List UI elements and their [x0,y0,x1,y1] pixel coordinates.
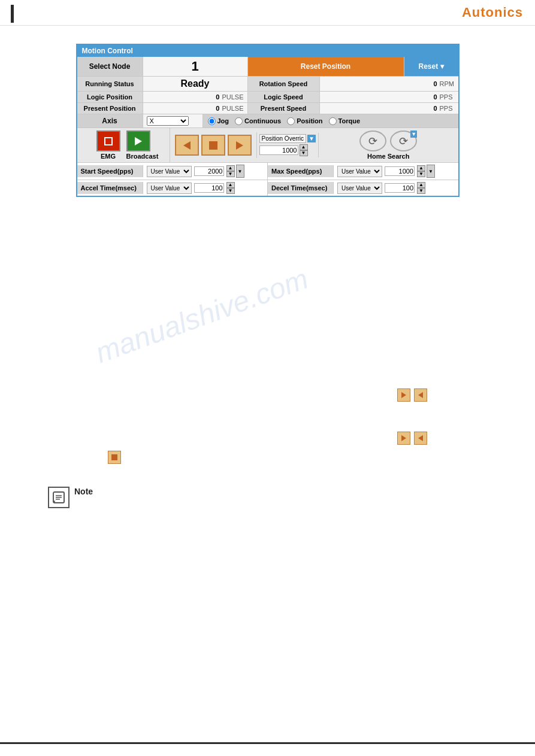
logic-position-row: Logic Position 0 PULSE Logic Speed 0 PPS [77,92,458,103]
position-override-down[interactable]: ▼ [300,150,308,156]
accel-time-cell: User Value ▲ ▼ [143,180,268,196]
rotation-speed-label: Rotation Speed [248,77,320,91]
position-override-spinners: ▲ ▼ [300,144,308,156]
axis-mode-group: Jog Continuous Position Torque [203,114,458,127]
emg-stop-icon [104,137,113,145]
lower-back-button-1[interactable] [414,388,427,402]
emg-label: EMG [96,153,120,160]
max-speed-input[interactable] [385,166,415,176]
home-search-label: Home Search [367,153,409,160]
start-speed-label: Start Speed(pps) [77,165,143,177]
arrow-left-icon [183,141,191,150]
select-node-label: Select Node [77,57,143,76]
position-override-top: Position Overric ▼ [259,134,316,143]
start-speed-select[interactable]: User Value [147,166,192,177]
position-override-input-row: ▲ ▼ [259,144,316,156]
start-speed-extra-btn[interactable]: ▼ [236,165,244,178]
present-position-value: 0 PULSE [143,103,248,114]
brand-logo: Autonics [462,5,523,20]
home-icon-2: ⟳ [399,135,408,148]
motion-panel: Motion Control Select Node 1 Reset Posit… [76,44,460,197]
stop-button[interactable] [201,135,225,156]
lower-play-button-1[interactable] [397,388,410,402]
bottom-bar [0,742,535,744]
mode-continuous[interactable]: Continuous [235,117,281,125]
lower-play-icon-1 [401,392,406,398]
max-speed-spinners: ▲ ▼ [417,165,425,177]
decel-time-select[interactable]: User Value [337,183,382,194]
accel-time-select[interactable]: User Value [147,183,192,194]
emg-section: EMG Broadcast [77,128,170,162]
lower-play-button-2[interactable] [397,432,410,445]
axis-row: Axis X Y Z Jog Continuous Position [77,114,458,128]
mode-torque[interactable]: Torque [329,117,360,125]
home-search-section: ⟳ ⟳ ▼ Home Search [319,128,458,162]
note-label: Note [74,487,93,496]
icon-row-3 [84,451,487,464]
select-node-row: Select Node 1 Reset Position Reset ▾ [77,57,458,77]
home-icon-1: ⟳ [368,135,377,148]
reset-button[interactable]: Reset ▾ [404,57,458,76]
logic-position-label: Logic Position [77,92,143,102]
arrow-right-icon [236,141,243,150]
emg-button[interactable] [96,130,120,151]
move-left-button[interactable] [175,135,199,156]
decel-time-input[interactable] [385,183,415,193]
start-speed-spinners: ▲ ▼ [226,165,235,177]
top-bar: Autonics [0,0,535,26]
running-status-row: Running Status Ready Rotation Speed 0 RP… [77,77,458,92]
start-speed-row: Start Speed(pps) User Value ▲ ▼ ▼ Max Sp… [77,163,458,180]
lower-stop-button[interactable] [108,451,121,464]
home-dropdown-arrow[interactable]: ▼ [410,130,417,138]
decel-time-down[interactable]: ▼ [417,188,425,194]
decel-time-spinners: ▲ ▼ [417,182,425,194]
accel-time-label: Accel Time(msec) [77,182,143,194]
start-speed-down[interactable]: ▼ [226,171,235,177]
stop-icon [209,141,217,150]
position-override-label: Position Overric [259,134,307,143]
start-speed-input[interactable] [194,166,224,176]
rotation-speed-value: 0 RPM [320,77,458,91]
position-override-dropdown[interactable]: ▼ [307,135,316,142]
home-search-button-2[interactable]: ⟳ ▼ [390,130,417,151]
lower-back-button-2[interactable] [414,432,427,445]
start-speed-cell: User Value ▲ ▼ ▼ [143,163,268,180]
accel-time-row: Accel Time(msec) User Value ▲ ▼ Decel Ti… [77,180,458,196]
accel-time-up[interactable]: ▲ [226,182,235,188]
select-node-value: 1 [143,57,248,76]
position-override-input[interactable] [259,145,298,155]
broadcast-play-icon [135,137,142,145]
icon-row-1 [84,388,487,402]
accel-time-spinners: ▲ ▼ [226,182,235,194]
move-right-button[interactable] [228,135,252,156]
axis-select[interactable]: X Y Z [147,116,189,126]
max-speed-label: Max Speed(pps) [268,165,334,177]
logic-position-value: 0 PULSE [143,92,248,102]
max-speed-select[interactable]: User Value [337,166,382,177]
home-search-buttons: ⟳ ⟳ ▼ [359,130,417,151]
panel-title: Motion Control [77,45,458,57]
watermark: manualshive.com [91,262,313,369]
decel-time-up[interactable]: ▲ [417,182,425,188]
decel-time-label: Decel Time(msec) [268,182,334,194]
main-content: Motion Control Select Node 1 Reset Posit… [0,26,535,525]
motion-direction-buttons [170,132,257,158]
broadcast-label: Broadcast [126,153,150,160]
accel-time-down[interactable]: ▼ [226,188,235,194]
lower-icon-section [48,388,487,464]
start-speed-up[interactable]: ▲ [226,165,235,171]
reset-position-button[interactable]: Reset Position [248,57,404,76]
note-section: Note [48,482,487,513]
broadcast-button[interactable] [126,130,150,151]
home-search-button-1[interactable]: ⟳ [359,130,386,151]
mode-position[interactable]: Position [287,117,322,125]
mode-jog[interactable]: Jog [208,117,229,125]
position-override-up[interactable]: ▲ [300,144,308,150]
max-speed-extra-btn[interactable]: ▼ [427,165,435,178]
lower-play-icon-2 [401,435,406,441]
note-icon [48,487,69,508]
max-speed-down[interactable]: ▼ [417,171,425,177]
position-override-section: Position Overric ▼ ▲ ▼ [257,133,319,157]
max-speed-up[interactable]: ▲ [417,165,425,171]
accel-time-input[interactable] [194,183,224,193]
